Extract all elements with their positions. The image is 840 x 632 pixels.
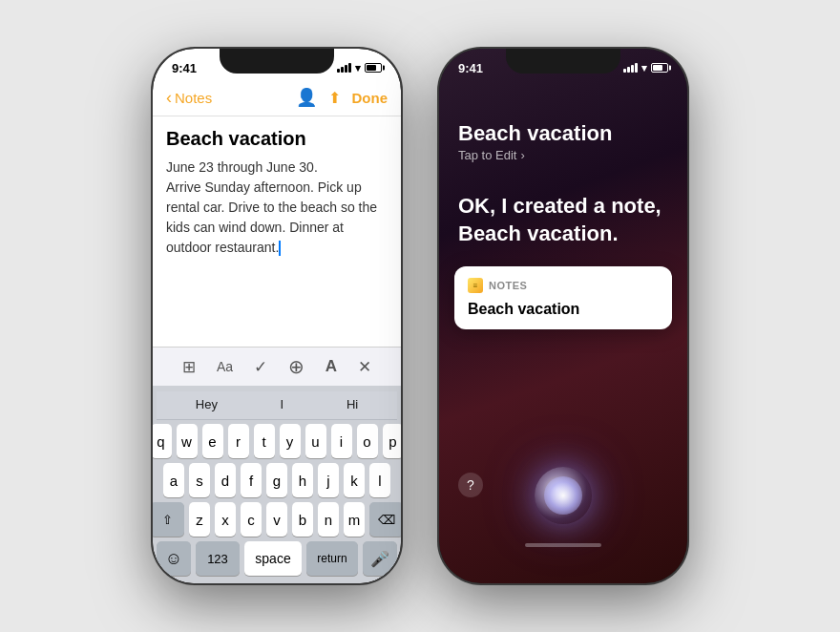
checklist-icon[interactable]: ✓	[254, 357, 267, 377]
key-l[interactable]: l	[369, 463, 390, 497]
siri-question-button[interactable]: ?	[458, 473, 483, 497]
siri-interface: 9:41 ▾ Beach vacation	[439, 49, 687, 583]
siri-orb[interactable]	[535, 467, 592, 524]
key-e[interactable]: e	[202, 424, 223, 458]
markup-icon[interactable]: A	[326, 357, 337, 376]
siri-status-time: 9:41	[458, 61, 483, 75]
phone-notes: 9:41 ▾ ‹ Not	[153, 49, 401, 583]
key-j[interactable]: j	[318, 463, 339, 497]
key-row-2: a s d f g h j k l	[157, 463, 397, 497]
predictive-hi[interactable]: Hi	[339, 395, 366, 413]
key-x[interactable]: x	[215, 502, 236, 537]
key-i[interactable]: i	[331, 424, 352, 458]
chevron-left-icon: ‹	[166, 88, 172, 108]
predictive-i[interactable]: I	[273, 395, 292, 413]
add-icon[interactable]: ⊕	[288, 355, 304, 378]
key-r[interactable]: r	[228, 424, 249, 458]
keyboard-toolbar: ⊞ Aa ✓ ⊕ A ✕	[153, 347, 401, 386]
notes-app: 9:41 ▾ ‹ Not	[153, 49, 401, 583]
notes-screen: 9:41 ▾ ‹ Not	[153, 49, 401, 583]
siri-notch	[506, 49, 620, 74]
key-d[interactable]: d	[215, 463, 236, 497]
key-s[interactable]: s	[189, 463, 210, 497]
siri-card-header: ≡ NOTES	[468, 278, 659, 293]
status-icons: ▾	[337, 62, 382, 74]
siri-note-title: Beach vacation	[458, 121, 668, 146]
key-h[interactable]: h	[292, 463, 313, 497]
microphone-key[interactable]: 🎤	[363, 541, 397, 576]
notch	[220, 49, 334, 74]
share-icon[interactable]: ⬆	[328, 89, 341, 107]
key-f[interactable]: f	[241, 463, 262, 497]
note-body[interactable]: June 23 through June 30. Arrive Sunday a…	[166, 158, 388, 258]
siri-signal-icon	[623, 63, 638, 73]
siri-card-app-label: NOTES	[489, 280, 527, 291]
siri-notes-card[interactable]: ≡ NOTES Beach vacation	[454, 266, 672, 329]
key-k[interactable]: k	[344, 463, 365, 497]
key-row-bottom: ☺ 123 space return 🎤	[157, 541, 397, 576]
back-label: Notes	[175, 90, 212, 106]
key-c[interactable]: c	[241, 502, 262, 537]
key-row-1: q w e r t y u i o p	[157, 424, 397, 458]
siri-response: OK, I created a note, Beach vacation.	[439, 193, 687, 247]
siri-orb-container: ?	[439, 329, 687, 583]
question-mark: ?	[467, 477, 474, 493]
siri-card-note-title: Beach vacation	[468, 301, 659, 318]
back-button[interactable]: ‹ Notes	[166, 88, 212, 108]
shift-key[interactable]: ⇧	[153, 502, 184, 537]
predictive-hey[interactable]: Hey	[188, 395, 225, 413]
key-g[interactable]: g	[266, 463, 287, 497]
done-button[interactable]: Done	[352, 90, 388, 106]
note-title[interactable]: Beach vacation	[166, 128, 388, 150]
numbers-key[interactable]: 123	[196, 541, 240, 576]
notes-app-icon: ≡	[468, 278, 483, 293]
key-b[interactable]: b	[292, 502, 313, 537]
siri-screen: 9:41 ▾ Beach vacation	[439, 49, 687, 583]
nav-actions: 👤 ⬆ Done	[296, 87, 388, 108]
siri-battery-icon	[651, 63, 668, 73]
key-v[interactable]: v	[266, 502, 287, 537]
tap-to-edit[interactable]: Tap to Edit ›	[458, 148, 668, 162]
text-cursor	[279, 241, 281, 256]
key-m[interactable]: m	[344, 502, 365, 537]
key-a[interactable]: a	[163, 463, 184, 497]
share-people-icon[interactable]: 👤	[296, 87, 317, 108]
signal-icon	[337, 63, 351, 73]
siri-top: Beach vacation Tap to Edit ›	[439, 83, 687, 193]
tap-edit-chevron: ›	[520, 148, 524, 162]
key-y[interactable]: y	[280, 424, 301, 458]
table-icon[interactable]: ⊞	[182, 357, 196, 377]
key-u[interactable]: u	[305, 424, 326, 458]
key-t[interactable]: t	[254, 424, 275, 458]
close-keyboard-icon[interactable]: ✕	[358, 357, 371, 377]
space-key[interactable]: space	[244, 541, 302, 576]
phone-siri: 9:41 ▾ Beach vacation	[439, 49, 687, 583]
home-indicator[interactable]	[525, 543, 601, 547]
battery-icon	[365, 63, 382, 73]
key-o[interactable]: o	[357, 424, 378, 458]
tap-edit-label: Tap to Edit	[458, 148, 516, 162]
predictive-row: Hey I Hi	[157, 391, 397, 420]
status-time: 9:41	[172, 61, 197, 75]
return-key[interactable]: return	[306, 541, 358, 576]
key-z[interactable]: z	[189, 502, 210, 537]
siri-status-icons: ▾	[623, 62, 668, 74]
emoji-key[interactable]: ☺	[157, 541, 191, 576]
siri-wifi-icon: ▾	[641, 62, 647, 74]
delete-key[interactable]: ⌫	[369, 502, 401, 537]
font-icon[interactable]: Aa	[217, 359, 233, 374]
wifi-icon: ▾	[355, 62, 361, 74]
key-n[interactable]: n	[318, 502, 339, 537]
key-row-3: ⇧ z x c v b n m ⌫	[157, 502, 397, 537]
note-content: Beach vacation June 23 through June 30. …	[153, 116, 401, 347]
keyboard: Hey I Hi q w e r t y u i o p	[153, 386, 401, 583]
key-q[interactable]: q	[153, 424, 172, 458]
key-p[interactable]: p	[383, 424, 402, 458]
notes-nav: ‹ Notes 👤 ⬆ Done	[153, 83, 401, 116]
key-w[interactable]: w	[177, 424, 198, 458]
